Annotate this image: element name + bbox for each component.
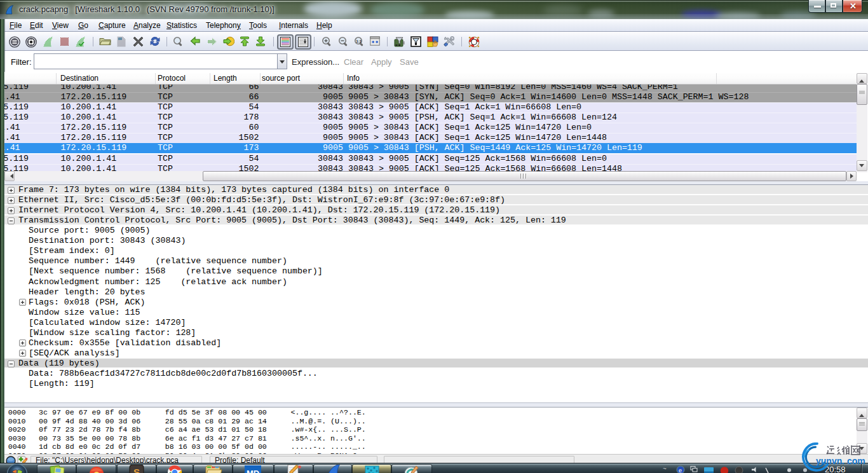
svg-text:~: ~: [663, 465, 667, 472]
svg-text:e: e: [679, 467, 682, 473]
